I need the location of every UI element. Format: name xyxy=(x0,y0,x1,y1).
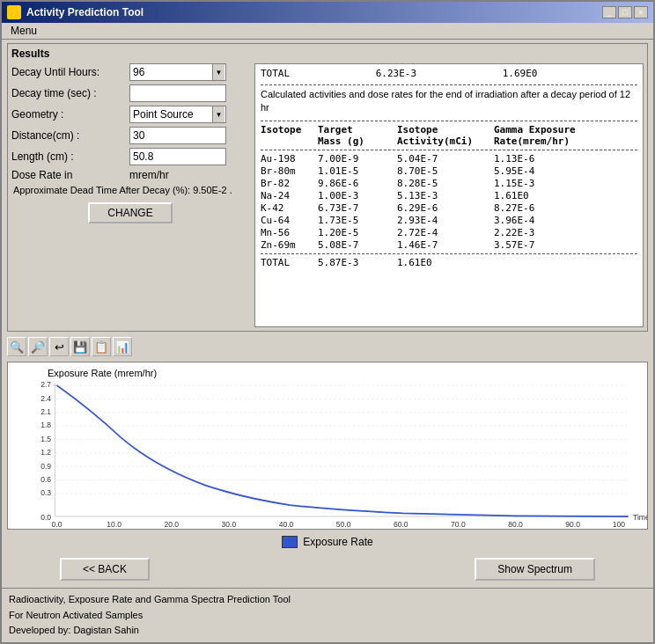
chart-button[interactable]: 📊 xyxy=(113,337,132,356)
svg-text:2.4: 2.4 xyxy=(40,393,51,402)
svg-text:2.1: 2.1 xyxy=(40,407,51,416)
dead-time-row: Approximate Dead Time After Decay (%): 9… xyxy=(11,185,249,195)
dose-rate-row: Dose Rate in mrem/hr xyxy=(11,169,249,181)
title-bar: ⚡ Activity Prediction Tool _ □ × xyxy=(2,2,653,23)
svg-text:80.0: 80.0 xyxy=(508,519,523,528)
svg-text:Time (hr): Time (hr) xyxy=(633,512,647,521)
svg-text:0.3: 0.3 xyxy=(40,488,51,497)
geometry-select[interactable]: Point Source xyxy=(129,106,226,123)
total-bottom-col2: 5.87E-3 xyxy=(318,257,397,268)
geometry-label: Geometry : xyxy=(11,108,126,121)
zoom-in-button[interactable]: 🔎 xyxy=(28,337,48,356)
svg-text:2.7: 2.7 xyxy=(40,380,51,389)
row-mass: 1.73E-5 xyxy=(318,215,397,226)
chart-legend: Exposure Rate xyxy=(7,533,648,551)
results-table[interactable]: TOTAL 6.23E-3 1.69E0 Calculated activiti… xyxy=(254,63,644,327)
window-title: Activity Prediction Tool xyxy=(26,6,144,18)
menu-item-menu[interactable]: Menu xyxy=(5,23,42,39)
row-mass: 9.86E-6 xyxy=(318,178,397,189)
results-title: Results xyxy=(11,48,644,60)
header-isotope: Isotope xyxy=(261,124,318,147)
footer: Radioactivity, Exposure Rate and Gamma S… xyxy=(2,588,653,642)
row-activity: 5.13E-3 xyxy=(397,190,494,201)
save-button[interactable]: 💾 xyxy=(70,337,90,356)
divider-headers xyxy=(261,150,637,150)
distance-row: Distance(cm) : xyxy=(11,127,249,144)
dead-time-text: Approximate Dead Time After Decay (%): 9… xyxy=(13,185,232,195)
row-isotope: Na-24 xyxy=(261,190,318,201)
distance-label: Distance(cm) : xyxy=(11,129,126,142)
table-row: Br-80m 1.01E-5 8.70E-5 5.95E-4 xyxy=(261,165,637,177)
decay-hours-select[interactable]: 96 xyxy=(129,63,226,81)
row-gamma: 3.57E-7 xyxy=(494,239,591,251)
distance-input[interactable] xyxy=(129,127,226,144)
header-isotope-activity: IsotopeActivity(mCi) xyxy=(397,124,494,147)
maximize-button[interactable]: □ xyxy=(618,6,632,18)
row-gamma: 1.61E0 xyxy=(494,190,591,201)
table-row: Na-24 1.00E-3 5.13E-3 1.61E0 xyxy=(261,190,637,201)
show-spectrum-button[interactable]: Show Spectrum xyxy=(475,558,595,581)
app-icon: ⚡ xyxy=(7,5,21,19)
row-isotope: Mn-56 xyxy=(261,227,318,238)
menu-bar: Menu xyxy=(2,23,653,40)
table-row: K-42 6.73E-7 6.29E-6 8.27E-6 xyxy=(261,202,637,214)
table-row: Au-198 7.00E-9 5.04E-7 1.13E-6 xyxy=(261,153,637,165)
svg-text:0.6: 0.6 xyxy=(40,475,51,484)
row-gamma: 8.27E-6 xyxy=(494,202,591,214)
total-top-col3: 1.69E0 xyxy=(503,68,538,79)
bottom-buttons: << BACK Show Spectrum xyxy=(7,554,648,584)
decay-time-input[interactable] xyxy=(129,84,226,102)
total-top-col2: 6.23E-3 xyxy=(376,68,416,79)
footer-line1: Radioactivity, Exposure Rate and Gamma S… xyxy=(9,592,646,608)
row-isotope: Au-198 xyxy=(261,153,318,165)
row-isotope: Br-80m xyxy=(261,165,318,177)
chart-toolbar: 🔍 🔎 ↩ 💾 📋 📊 xyxy=(7,335,648,358)
change-button[interactable]: CHANGE xyxy=(88,202,172,223)
length-input[interactable] xyxy=(129,148,226,165)
description-text: Calculated activities and dose rates for… xyxy=(261,88,637,115)
svg-text:0.0: 0.0 xyxy=(40,512,51,521)
chart-svg: 2.7 2.4 2.1 1.8 1.5 1.2 0.9 0.6 0.3 xyxy=(8,362,647,529)
row-activity: 2.93E-4 xyxy=(397,215,494,226)
dose-rate-label: Dose Rate in xyxy=(11,169,126,181)
table-row: Br-82 9.86E-6 8.28E-5 1.15E-3 xyxy=(261,178,637,189)
row-gamma: 1.15E-3 xyxy=(494,178,591,189)
decay-time-label: Decay time (sec) : xyxy=(11,87,126,99)
minimize-button[interactable]: _ xyxy=(602,6,616,18)
row-gamma: 1.13E-6 xyxy=(494,153,591,165)
right-panel: TOTAL 6.23E-3 1.69E0 Calculated activiti… xyxy=(254,63,644,327)
reset-button[interactable]: ↩ xyxy=(49,337,69,356)
svg-text:1.2: 1.2 xyxy=(40,448,51,457)
decay-hours-select-wrap: 96 ▼ xyxy=(129,63,226,81)
legend-color-box xyxy=(282,536,298,548)
svg-text:30.0: 30.0 xyxy=(222,519,237,528)
svg-text:40.0: 40.0 xyxy=(279,519,294,528)
left-panel: Decay Until Hours: 96 ▼ Decay time (sec)… xyxy=(11,63,249,327)
row-mass: 5.08E-7 xyxy=(318,239,397,251)
back-button[interactable]: << BACK xyxy=(60,558,150,581)
table-row: Zn-69m 5.08E-7 1.46E-7 3.57E-7 xyxy=(261,239,637,251)
length-row: Length (cm) : xyxy=(11,148,249,165)
length-label: Length (cm) : xyxy=(11,150,126,163)
row-isotope: Zn-69m xyxy=(261,239,318,251)
svg-text:0.0: 0.0 xyxy=(52,519,63,528)
svg-text:100: 100 xyxy=(613,519,625,528)
total-top-row: TOTAL 6.23E-3 1.69E0 xyxy=(261,68,637,79)
svg-text:50.0: 50.0 xyxy=(336,519,351,528)
header-gamma-exposure: Gamma ExposureRate(mrem/hr) xyxy=(494,124,591,147)
row-mass: 1.00E-3 xyxy=(318,190,397,201)
copy-button[interactable]: 📋 xyxy=(92,337,111,356)
decay-hours-row: Decay Until Hours: 96 ▼ xyxy=(11,63,249,81)
row-activity: 8.70E-5 xyxy=(397,165,494,177)
decay-time-row: Decay time (sec) : xyxy=(11,84,249,102)
close-button[interactable]: × xyxy=(634,6,648,18)
zoom-out-button[interactable]: 🔍 xyxy=(7,337,26,356)
row-activity: 2.72E-4 xyxy=(397,227,494,238)
divider-bottom xyxy=(261,253,637,254)
svg-text:90.0: 90.0 xyxy=(565,519,580,528)
row-mass: 1.20E-5 xyxy=(318,227,397,238)
svg-text:10.0: 10.0 xyxy=(107,519,121,528)
row-gamma: 3.96E-4 xyxy=(494,215,591,226)
row-activity: 1.46E-7 xyxy=(397,239,494,251)
total-bottom-col3: 1.61E0 xyxy=(397,257,494,268)
